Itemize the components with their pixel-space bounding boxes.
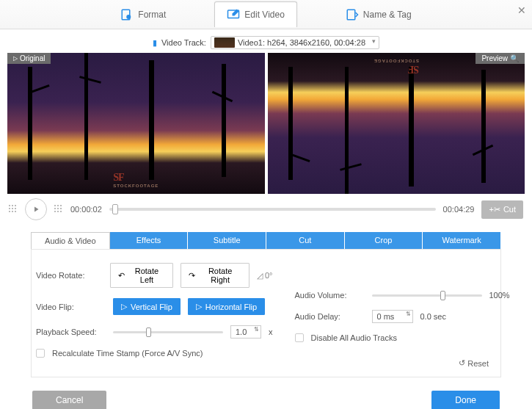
original-pane: SFSTOCKFOOTAGE <box>7 53 265 194</box>
video-track-select[interactable]: Video1: h264, 3846x2160, 00:04:28 <box>211 36 379 49</box>
header: Format Edit Video Name & Tag ✕ <box>0 0 532 29</box>
watermark-logo: SFSTOCKFOOTAGE <box>113 172 158 188</box>
scissors-icon: +✂ <box>489 205 500 214</box>
edit-subtabs: Audio & Video Effects Subtitle Cut Crop … <box>31 232 501 249</box>
subtab-watermark[interactable]: Watermark <box>423 232 501 249</box>
subtab-subtitle[interactable]: Subtitle <box>188 232 266 249</box>
film-icon: ▮ <box>153 38 157 48</box>
audio-video-panel: Video Rotate: ↶Rotate Left ↷Rotate Right… <box>31 249 501 377</box>
original-tag: Original <box>7 53 51 64</box>
watermark-logo: SFSTOCKFOOTAGE <box>374 59 419 75</box>
name-tag-icon <box>346 8 359 21</box>
disable-audio-label: Disable All Audio Tracks <box>311 333 397 342</box>
horizontal-flip-button[interactable]: ▷Horizontal Flip <box>188 298 265 315</box>
video-flip-label: Video Flip: <box>36 303 106 311</box>
video-track-label: Video Track: <box>161 38 206 47</box>
audio-delay-label: Audio Delay: <box>295 312 365 321</box>
subtab-crop[interactable]: Crop <box>345 232 423 249</box>
video-track-row: ▮ Video Track: Video1: h264, 3846x2160, … <box>0 34 532 51</box>
rotate-right-icon: ↷ <box>189 271 195 280</box>
rotate-left-button[interactable]: ↶Rotate Left <box>110 263 174 288</box>
volume-slider[interactable] <box>372 294 482 297</box>
rotation-angle: ◿0° <box>257 271 273 280</box>
timeline-thumb[interactable] <box>112 204 118 214</box>
frame-fwd-icon[interactable] <box>54 205 63 214</box>
total-time: 00:04:29 <box>443 205 475 214</box>
speed-thumb[interactable] <box>146 327 151 337</box>
recalc-label: Recalculate Time Stamp (Force A/V Sync) <box>52 349 203 358</box>
svg-point-1 <box>127 15 131 19</box>
tab-label: Format <box>138 10 166 20</box>
subtab-effects[interactable]: Effects <box>110 232 189 249</box>
footer: Cancel Done <box>0 377 532 409</box>
preview-area: Original Preview SFSTOCKFOOTAGE SFSTOCKF… <box>7 53 525 194</box>
close-icon[interactable]: ✕ <box>517 4 526 16</box>
preview-tag[interactable]: Preview <box>475 53 525 64</box>
disable-audio-checkbox[interactable] <box>295 333 304 342</box>
vertical-flip-button[interactable]: ▷Vertical Flip <box>113 298 181 315</box>
format-icon <box>120 8 134 21</box>
cut-button[interactable]: +✂ Cut <box>481 200 523 219</box>
speed-spinner[interactable]: 1.0 <box>230 325 261 339</box>
video-rotate-label: Video Rotate: <box>36 271 103 280</box>
vertical-flip-icon: ▷ <box>121 302 127 311</box>
svg-rect-3 <box>347 10 355 20</box>
frame-back-icon[interactable] <box>9 205 18 214</box>
speed-slider[interactable] <box>113 331 223 333</box>
speed-unit: x <box>269 327 273 336</box>
playback-controls: 00:00:02 00:04:29 +✂ Cut <box>0 194 532 225</box>
done-button[interactable]: Done <box>431 391 500 409</box>
recalc-checkbox[interactable] <box>36 349 45 358</box>
video-track-value: Video1: h264, 3846x2160, 00:04:28 <box>238 38 365 47</box>
preview-pane: SFSTOCKFOOTAGE <box>268 53 525 194</box>
timeline-slider[interactable] <box>109 208 436 211</box>
track-thumb-icon <box>214 37 235 48</box>
rotate-right-button[interactable]: ↷Rotate Right <box>181 263 249 288</box>
audio-volume-label: Audio Volume: <box>295 291 365 300</box>
subtab-audio-video[interactable]: Audio & Video <box>31 232 110 249</box>
horizontal-flip-icon: ▷ <box>196 302 202 311</box>
playback-speed-label: Playback Speed: <box>36 327 106 336</box>
cancel-button[interactable]: Cancel <box>32 391 106 409</box>
delay-sec: 0.0 sec <box>420 312 446 321</box>
subtab-cut[interactable]: Cut <box>266 232 345 249</box>
reset-button[interactable]: ↺ Reset <box>459 358 489 368</box>
angle-icon: ◿ <box>257 271 263 280</box>
tab-edit-video[interactable]: Edit Video <box>214 1 297 27</box>
delay-spinner[interactable]: 0 ms <box>372 310 413 323</box>
tab-label: Name & Tag <box>363 10 412 20</box>
edit-video-icon <box>227 8 240 21</box>
tab-name-tag[interactable]: Name & Tag <box>334 2 423 27</box>
tab-label: Edit Video <box>244 10 285 20</box>
reset-icon: ↺ <box>459 358 465 368</box>
play-button[interactable] <box>25 198 47 220</box>
volume-thumb[interactable] <box>440 291 445 300</box>
tab-format[interactable]: Format <box>109 2 178 27</box>
volume-value: 100% <box>489 291 510 300</box>
current-time: 00:00:02 <box>70 205 102 214</box>
rotate-left-icon: ↶ <box>118 271 125 280</box>
